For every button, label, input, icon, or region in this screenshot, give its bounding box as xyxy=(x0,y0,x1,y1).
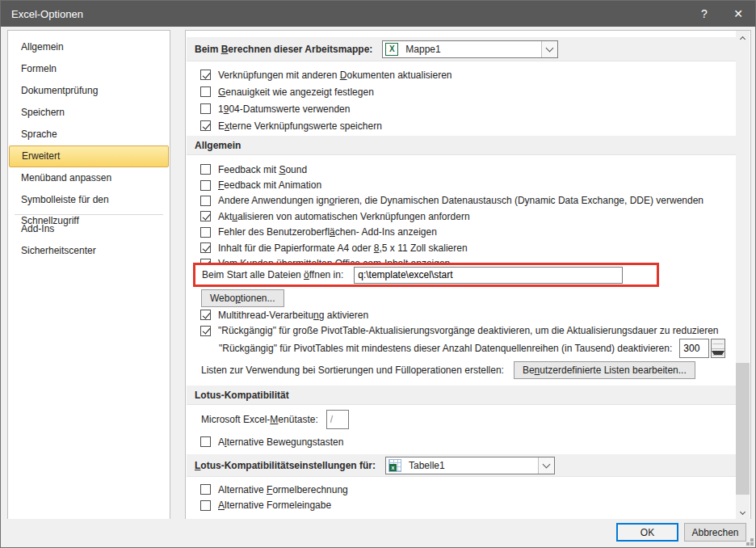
post-checkbox-list: Multithread-Verarbeitung aktivieren "Rüc… xyxy=(187,307,736,339)
pivot-threshold-spinner xyxy=(679,339,725,358)
checkbox-row[interactable]: Inhalt für die Papierformate A4 oder 8,5… xyxy=(187,240,736,255)
vertical-scrollbar[interactable] xyxy=(736,31,750,520)
content-panel: Beim Berechnen dieser Arbeitsmappe: X Ma… xyxy=(185,30,751,521)
workbook-dropdown[interactable]: X Mappe1 xyxy=(382,40,558,58)
checkbox-row[interactable]: Feedback mit Sound xyxy=(187,162,736,177)
checkbox-row[interactable]: Alternative Formeleingabe xyxy=(187,497,736,512)
lotus-checkbox-list: Alternative Bewegungstasten xyxy=(187,434,736,449)
checkbox[interactable] xyxy=(200,120,211,131)
sidebar-item[interactable]: Symbolleiste für den Schnellzugriff xyxy=(9,189,169,211)
checkbox[interactable] xyxy=(200,86,211,97)
checkbox[interactable] xyxy=(200,326,211,336)
checkbox[interactable] xyxy=(200,164,211,175)
worksheet-icon: x xyxy=(388,459,401,472)
checkbox-label: 1904-Datumswerte verwenden xyxy=(218,103,350,115)
checkbox[interactable] xyxy=(200,242,211,253)
allgemein-checkbox-list: Feedback mit Sound Feedback mit Animatio… xyxy=(187,162,736,272)
allgemein-band: Allgemein xyxy=(187,136,736,155)
checkbox-row[interactable]: Aktualisieren von automatischen Verknüpf… xyxy=(187,209,736,224)
calc-checkbox-list: Verknüpfungen mit anderen Dokumenten akt… xyxy=(187,66,736,134)
ok-button[interactable]: OK xyxy=(616,523,678,542)
checkbox[interactable] xyxy=(200,103,211,114)
spin-down-button[interactable] xyxy=(712,349,724,358)
sidebar: AllgemeinFormelnDokumentprüfungSpeichern… xyxy=(7,30,170,521)
lotus-band-label: Lotus-Kompatibilität xyxy=(195,390,289,401)
web-options-button[interactable]: Weboptionen... xyxy=(201,289,284,307)
sidebar-item[interactable]: Formeln xyxy=(9,58,169,80)
checkbox-row[interactable]: Feedback mit Animation xyxy=(187,177,736,192)
chevron-up-icon xyxy=(740,36,746,41)
checkbox[interactable] xyxy=(200,484,211,495)
checkbox-row[interactable]: Alternative Bewegungstasten xyxy=(187,434,736,449)
checkbox-label: Alternative Formelberechnung xyxy=(218,484,348,495)
checkbox[interactable] xyxy=(200,227,211,238)
checkbox-row[interactable]: 1904-Datumswerte verwenden xyxy=(187,100,736,117)
excel-options-dialog: { "colors": { "titlebar": "#595959", "hi… xyxy=(0,0,756,548)
checkbox-label: Alternative Bewegungstasten xyxy=(218,436,343,448)
checkbox[interactable] xyxy=(200,436,211,447)
allgemein-band-label: Allgemein xyxy=(195,140,241,151)
checkbox-row[interactable]: Externe Verknüpfungswerte speichern xyxy=(187,117,736,134)
dropdown-arrow-button[interactable] xyxy=(538,457,554,474)
startup-folder-input[interactable] xyxy=(354,267,623,284)
checkbox-label: Externe Verknüpfungswerte speichern xyxy=(218,120,382,132)
sidebar-item[interactable]: Sprache xyxy=(9,124,169,145)
cancel-button[interactable]: Abbrechen xyxy=(684,523,746,542)
custom-lists-row: Listen zur Verwendung bei Sortierungen u… xyxy=(187,360,736,380)
sidebar-list-bottom: Add-InsSicherheitscenter xyxy=(8,218,170,262)
checkbox-label: Aktualisieren von automatischen Verknüpf… xyxy=(218,211,470,222)
scrollbar-thumb[interactable] xyxy=(736,363,750,495)
sheet-dropdown[interactable]: x Tabelle1 xyxy=(385,457,555,474)
lotus-settings-checkbox-list: Alternative Formelberechnung Alternative… xyxy=(187,482,736,513)
checkbox-row[interactable]: "Rückgängig" für große PivotTable-Aktual… xyxy=(187,323,736,339)
checkbox[interactable] xyxy=(200,500,211,511)
checkbox-label: Inhalt für die Papierformate A4 oder 8,5… xyxy=(218,242,468,254)
menu-key-row: Microsoft Excel-Menütaste: xyxy=(187,409,736,430)
spin-up-button[interactable] xyxy=(712,339,724,349)
excel-workbook-icon: X xyxy=(385,43,398,56)
resize-grip[interactable] xyxy=(750,542,754,546)
lotus-settings-label: Lotus-Kompatibilitätseinstellungen für: xyxy=(195,460,376,471)
edit-custom-lists-button[interactable]: Benutzerdefinierte Listen bearbeiten... xyxy=(514,361,695,379)
checkbox[interactable] xyxy=(200,196,211,206)
titlebar: Excel-Optionen ? ✕ xyxy=(1,1,755,27)
calc-header-band: Beim Berechnen dieser Arbeitsmappe: X Ma… xyxy=(187,37,736,61)
lotus-settings-band: Lotus-Kompatibilitätseinstellungen für: … xyxy=(187,454,736,477)
pivot-threshold-input[interactable] xyxy=(679,339,709,358)
checkbox-label: Feedback mit Animation xyxy=(218,179,321,191)
checkbox-label: Fehler des Benutzeroberflächen- Add-Ins … xyxy=(218,226,437,238)
sidebar-item[interactable]: Allgemein xyxy=(9,36,169,58)
workbook-dropdown-value: Mappe1 xyxy=(402,44,541,55)
chevron-down-icon xyxy=(543,460,551,468)
checkbox[interactable] xyxy=(200,70,211,80)
checkbox-label: Andere Anwendungen ignorieren, die Dynam… xyxy=(218,195,704,206)
checkbox-row[interactable]: Alternative Formelberechnung xyxy=(187,482,736,497)
footer: OK Abbrechen xyxy=(1,519,755,547)
checkbox-row[interactable]: Multithread-Verarbeitung aktivieren xyxy=(187,307,736,323)
sidebar-item[interactable]: Sicherheitscenter xyxy=(9,240,169,262)
checkbox[interactable] xyxy=(200,180,211,191)
close-icon[interactable]: ✕ xyxy=(721,1,755,27)
checkbox-row[interactable]: Fehler des Benutzeroberflächen- Add-Ins … xyxy=(187,225,736,240)
sidebar-item[interactable]: Speichern xyxy=(9,102,169,124)
sidebar-item[interactable]: Dokumentprüfung xyxy=(9,80,169,102)
sidebar-item[interactable]: Menüband anpassen xyxy=(9,167,169,189)
spin-up-icon xyxy=(712,344,724,344)
dropdown-arrow-button[interactable] xyxy=(541,41,557,57)
checkbox-row[interactable]: Verknüpfungen mit anderen Dokumenten akt… xyxy=(187,66,736,83)
sidebar-item[interactable]: Add-Ins xyxy=(9,218,169,240)
menu-key-input[interactable] xyxy=(326,410,349,429)
checkbox-label: "Rückgängig" für große PivotTable-Aktual… xyxy=(218,325,719,336)
checkbox[interactable] xyxy=(200,211,211,221)
chevron-down-icon xyxy=(546,44,554,52)
help-icon[interactable]: ? xyxy=(687,1,721,27)
scroll-down-button[interactable] xyxy=(736,506,750,520)
checkbox-label: Feedback mit Sound xyxy=(218,164,307,175)
checkbox-row[interactable]: Genauigkeit wie angezeigt festlegen xyxy=(187,83,736,100)
checkbox-row[interactable]: Andere Anwendungen ignorieren, die Dynam… xyxy=(187,193,736,209)
scroll-up-button[interactable] xyxy=(736,31,750,44)
sidebar-item[interactable]: Erweitert xyxy=(9,145,169,167)
checkbox-label: Multithread-Verarbeitung aktivieren xyxy=(218,310,368,321)
checkbox[interactable] xyxy=(200,310,211,320)
lotus-band: Lotus-Kompatibilität xyxy=(187,386,736,405)
